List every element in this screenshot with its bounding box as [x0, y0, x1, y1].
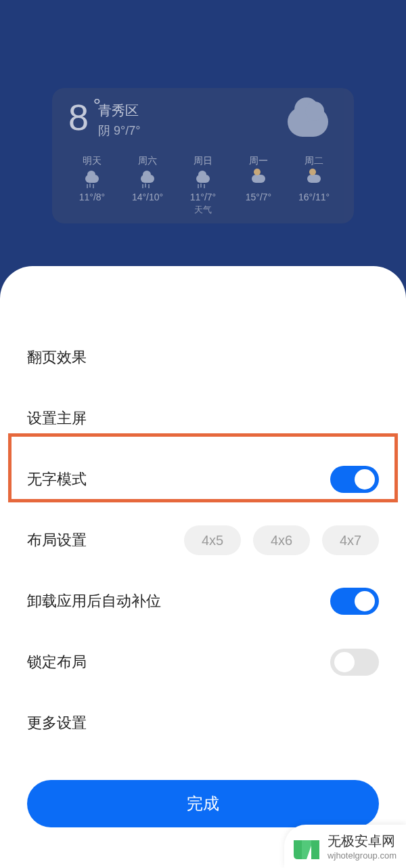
watermark-url: wjhotelgroup.com — [328, 850, 397, 861]
layout-option-4x7[interactable]: 4x7 — [322, 525, 379, 555]
page-effect-row[interactable]: 翻页效果 — [27, 327, 379, 388]
set-home-label: 设置主屏 — [27, 408, 87, 429]
forecast-row: 明天 11°/8° 周六 14°/10° 周日 11°/7° 天气 周一 15° — [64, 155, 342, 216]
layout-option-4x6[interactable]: 4x6 — [253, 525, 310, 555]
lock-layout-toggle[interactable] — [330, 649, 379, 676]
partly-cloudy-icon — [231, 171, 286, 186]
settings-panel: 翻页效果 设置主屏 无字模式 布局设置 4x5 4x6 4x7 卸载应用后自动补… — [0, 266, 406, 868]
layout-settings-row: 布局设置 4x5 4x6 4x7 — [27, 510, 379, 571]
no-text-mode-label: 无字模式 — [27, 469, 87, 490]
rain-icon — [120, 171, 175, 186]
forecast-item: 周一 15°/7° — [231, 155, 286, 216]
forecast-item: 周六 14°/10° — [120, 155, 175, 216]
forecast-item: 明天 11°/8° — [64, 155, 120, 216]
set-home-row[interactable]: 设置主屏 — [27, 388, 379, 449]
watermark: 无极安卓网 wjhotelgroup.com — [284, 825, 406, 868]
no-text-mode-toggle[interactable] — [330, 466, 379, 493]
partly-cloudy-icon — [286, 171, 342, 186]
lock-layout-label: 锁定布局 — [27, 652, 87, 672]
current-temp: 8 — [68, 99, 89, 135]
watermark-title: 无极安卓网 — [328, 832, 397, 850]
more-settings-label: 更多设置 — [27, 713, 87, 733]
condition-text: 阴 9°/7° — [98, 123, 140, 139]
rain-icon — [175, 171, 231, 186]
rain-icon — [64, 171, 120, 186]
auto-fill-label: 卸载应用后自动补位 — [27, 591, 161, 611]
auto-fill-toggle[interactable] — [330, 588, 379, 615]
layout-option-4x5[interactable]: 4x5 — [184, 525, 241, 555]
forecast-item: 周二 16°/11° — [286, 155, 342, 216]
more-settings-row[interactable]: 更多设置 — [27, 693, 379, 754]
page-effect-label: 翻页效果 — [27, 347, 87, 368]
lock-layout-row: 锁定布局 — [27, 632, 379, 693]
layout-label: 布局设置 — [27, 530, 87, 550]
home-preview: 8 青秀区 阴 9°/7° 明天 11°/8° 周六 14°/10° 周日 — [0, 0, 406, 223]
watermark-logo-icon — [291, 831, 322, 862]
forecast-item: 周日 11°/7° 天气 — [175, 155, 231, 216]
auto-fill-row: 卸载应用后自动补位 — [27, 571, 379, 632]
done-button[interactable]: 完成 — [27, 780, 379, 827]
cloud-icon — [288, 107, 328, 137]
no-text-mode-row: 无字模式 — [27, 449, 379, 510]
location-name: 青秀区 — [98, 102, 140, 120]
